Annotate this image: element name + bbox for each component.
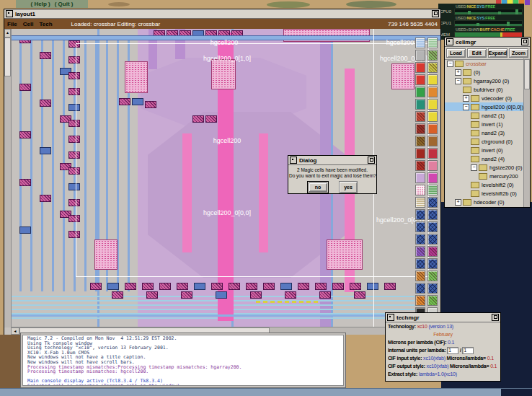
tree-item-hgcell200-0-0-0[interactable]: −hgcell200 (0[0,0]) (445, 102, 524, 111)
layer-swatch[interactable] (427, 50, 438, 61)
vertical-scrollbar[interactable]: ▲ (4, 29, 12, 327)
iconify-icon[interactable] (446, 38, 453, 45)
taskbar[interactable] (0, 388, 532, 396)
resize-corner-icon[interactable] (521, 38, 528, 45)
layer-swatch[interactable] (427, 38, 438, 48)
layer-swatch[interactable] (415, 295, 425, 306)
layer-swatch[interactable] (415, 148, 425, 159)
layer-swatch[interactable] (415, 99, 425, 110)
expand-icon[interactable]: + (455, 69, 461, 76)
no-button[interactable]: no (309, 182, 327, 192)
tree-scrollbar[interactable] (523, 58, 530, 207)
layer-swatch[interactable] (415, 74, 425, 85)
layer-swatch[interactable] (427, 74, 438, 85)
menu-tech[interactable]: Tech (39, 21, 52, 27)
layer-swatch[interactable] (427, 234, 438, 245)
layer-swatch[interactable] (427, 62, 438, 73)
iconify-icon[interactable] (6, 10, 13, 17)
expand-icon[interactable]: + (455, 199, 461, 206)
layer-swatch[interactable] (415, 87, 425, 97)
layer-swatch[interactable] (427, 197, 438, 208)
tree-item-nand2-4[interactable]: nand2 (4) (445, 154, 524, 163)
layer-swatch[interactable] (415, 111, 425, 122)
layer-swatch[interactable] (415, 246, 425, 257)
tree-item-levelshift2-0[interactable]: levelshift2 (0) (445, 180, 524, 189)
tree-item-nand2-1[interactable]: nand2 (1) (445, 111, 524, 120)
layer-swatch[interactable] (415, 50, 425, 61)
layer-swatch[interactable] (427, 87, 438, 97)
techmgr-titlebar[interactable]: techmgr (386, 313, 500, 322)
tree-item-mercury200[interactable]: mercury200 (445, 172, 524, 180)
iconify-icon[interactable] (290, 157, 297, 164)
dialog-titlebar[interactable]: Dialog (288, 156, 376, 165)
layer-swatch[interactable] (427, 185, 438, 195)
layer-swatch[interactable] (427, 160, 438, 171)
menu-file[interactable]: File (7, 21, 17, 27)
collapse-icon[interactable]: − (471, 164, 477, 171)
resize-corner-icon[interactable] (432, 10, 439, 17)
tree-item-ctrground-0[interactable]: ctrground (0) (445, 137, 524, 146)
tree-item-levelshift2b-0[interactable]: levelshift2b (0) (445, 189, 524, 198)
layer-swatch[interactable] (427, 209, 438, 220)
tree-item-hdecoder-0[interactable]: +hdecoder (0) (445, 198, 524, 206)
layout-titlebar[interactable]: layout1 (4, 9, 440, 19)
yes-button[interactable]: yes (339, 181, 358, 193)
layer-swatch[interactable] (415, 160, 425, 171)
tree-item-invert-1[interactable]: invert (1) (445, 120, 524, 128)
console-window[interactable]: Magic 7.2 - Compiled on Mon Nov 4 12:51:… (20, 333, 346, 388)
collapse-icon[interactable]: − (447, 61, 453, 67)
layer-swatch[interactable] (427, 111, 438, 122)
layer-swatch[interactable] (415, 221, 425, 232)
layer-swatch[interactable] (415, 258, 425, 269)
load-button[interactable]: Load (446, 48, 466, 58)
tree-item-crossbar[interactable]: −crossbar (445, 59, 524, 68)
help-button[interactable]: ( Help ) (31, 1, 50, 7)
layer-swatch[interactable] (415, 283, 425, 294)
collapse-icon[interactable]: − (455, 78, 461, 84)
cellmgr-titlebar[interactable]: cellmgr (445, 38, 530, 47)
expand-icon[interactable]: + (463, 95, 469, 102)
layer-swatch[interactable] (415, 185, 425, 195)
expand-button[interactable]: Expand (488, 48, 507, 58)
zoom-button[interactable]: Zoom (509, 48, 528, 58)
resize-corner-icon[interactable] (492, 314, 499, 321)
layer-swatch[interactable] (427, 283, 438, 294)
tree-item-nand2-3[interactable]: nand2 (3) (445, 128, 524, 137)
tree-item-bufdriver-0[interactable]: bufdriver (0) (445, 85, 524, 94)
layer-swatch[interactable] (427, 99, 438, 110)
layer-swatch[interactable] (415, 234, 425, 245)
layer-swatch[interactable] (427, 246, 438, 257)
layer-swatch[interactable] (415, 209, 425, 220)
layout-component (19, 84, 31, 91)
tree-item-vdecoder-0[interactable]: +vdecoder (0) (445, 94, 524, 102)
layer-swatch[interactable] (427, 148, 438, 159)
cell-label: hgcell200 (213, 137, 241, 144)
layer-swatch[interactable] (427, 172, 438, 183)
layer-swatch[interactable] (415, 123, 425, 134)
layer-swatch[interactable] (415, 197, 425, 208)
tree-item-hgarray200-0[interactable]: −hgarray200 (0) (445, 76, 524, 85)
edit-button[interactable]: Edit (467, 48, 487, 58)
layer-swatch[interactable] (427, 270, 438, 281)
box-coordinates: 739 146 5635 4404 (388, 21, 438, 27)
resize-corner-icon[interactable] (368, 157, 375, 164)
tree-item-0[interactable]: +(0) (445, 68, 524, 76)
layer-swatch[interactable] (415, 136, 425, 146)
layer-swatch[interactable] (415, 38, 425, 48)
menu-cell[interactable]: Cell (23, 21, 34, 27)
units-entry-1[interactable]: 1 (447, 347, 458, 354)
layer-swatch[interactable] (427, 258, 438, 269)
collapse-icon[interactable]: − (463, 104, 469, 110)
layer-swatch[interactable] (427, 136, 438, 146)
tree-item-invert-0[interactable]: invert (0) (445, 146, 524, 154)
quit-button[interactable]: ( Quit ) (55, 1, 74, 7)
layer-swatch[interactable] (415, 172, 425, 183)
tree-item-hgsize200-0[interactable]: −hgsize200 (0) (445, 163, 524, 172)
iconify-icon[interactable] (387, 314, 394, 321)
layer-swatch[interactable] (415, 62, 425, 73)
layer-swatch[interactable] (427, 221, 438, 232)
layer-swatch[interactable] (415, 270, 425, 281)
units-entry-2[interactable]: 1 (462, 347, 474, 354)
layer-swatch[interactable] (427, 295, 438, 306)
layer-swatch[interactable] (427, 123, 438, 134)
